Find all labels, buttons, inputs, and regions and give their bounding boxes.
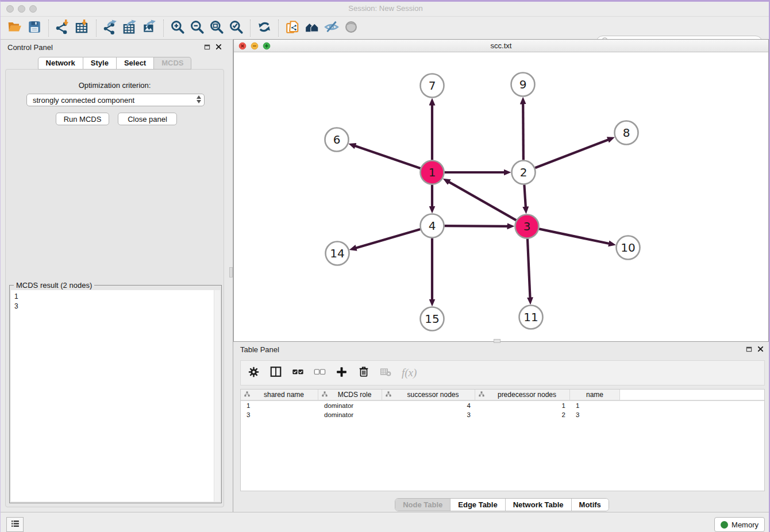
node-10[interactable]: 10	[617, 236, 640, 260]
tab-network[interactable]: Network	[38, 57, 83, 70]
node-4[interactable]: 4	[421, 214, 444, 238]
delete-table-button[interactable]	[380, 366, 392, 380]
zoom-selected-button[interactable]	[226, 19, 246, 37]
node-14[interactable]: 14	[326, 242, 349, 265]
node-8[interactable]: 8	[615, 121, 638, 145]
edge-4-14[interactable]	[355, 229, 420, 248]
refresh-layout-button[interactable]	[255, 19, 274, 37]
cell-name[interactable]: 3	[570, 410, 620, 419]
import-network-button[interactable]	[53, 19, 72, 37]
close-table-panel-icon[interactable]	[757, 344, 764, 354]
tab-select[interactable]: Select	[117, 57, 154, 70]
float-panel-icon[interactable]	[204, 42, 210, 52]
cell-predecessor-nodes[interactable]: 2	[475, 410, 570, 419]
tab-style[interactable]: Style	[83, 57, 117, 70]
node-15[interactable]: 15	[421, 307, 444, 331]
splitter-handle[interactable]	[229, 267, 233, 277]
memory-button[interactable]: Memory	[714, 517, 765, 532]
table-row[interactable]: 1dominator411	[241, 401, 764, 410]
delete-rows-button[interactable]	[357, 365, 370, 380]
node-6[interactable]: 6	[325, 128, 349, 152]
edge-3-10[interactable]	[539, 229, 610, 244]
column-header-MCDS-role[interactable]: MCDS role	[318, 390, 382, 400]
zoom-out-button[interactable]	[187, 19, 207, 37]
function-builder-button[interactable]: f(x)	[402, 367, 417, 379]
mcds-result-textarea[interactable]: 1 3	[11, 290, 220, 502]
tab-node-table[interactable]: Node Table	[395, 499, 451, 511]
tab-mcds[interactable]: MCDS	[154, 57, 191, 70]
edge-2-3[interactable]	[524, 184, 526, 207]
node-1[interactable]: 1	[421, 161, 444, 184]
edge-2-9[interactable]	[523, 103, 523, 160]
task-history-button[interactable]	[6, 517, 24, 532]
network-close-icon[interactable]	[238, 42, 247, 52]
node-7[interactable]: 7	[421, 74, 444, 98]
column-header-successor-nodes[interactable]: successor nodes	[382, 390, 475, 400]
network-window-titlebar[interactable]: scc.txt	[234, 40, 768, 52]
memory-status-icon	[721, 521, 728, 529]
edge-3-11[interactable]	[528, 238, 530, 298]
close-panel-icon[interactable]	[215, 42, 222, 52]
deselect-all-button[interactable]	[314, 366, 326, 380]
show-all-button[interactable]	[341, 19, 361, 37]
delete-table-icon	[380, 366, 392, 380]
node-2[interactable]: 2	[512, 161, 536, 184]
add-row-button[interactable]	[336, 366, 348, 380]
network-graph-canvas[interactable]: 7968124314101511	[234, 52, 768, 341]
network-maximize-icon[interactable]	[263, 42, 271, 52]
horizontal-splitter-handle[interactable]	[494, 339, 500, 343]
cell-successor-nodes[interactable]: 4	[382, 401, 475, 410]
cell-shared-name[interactable]: 3	[241, 410, 318, 419]
clone-network-button[interactable]	[283, 19, 302, 37]
open-session-button[interactable]	[5, 19, 25, 37]
column-header-predecessor-nodes[interactable]: predecessor nodes	[475, 390, 570, 400]
cell-shared-name[interactable]: 1	[241, 401, 318, 410]
memory-label: Memory	[732, 521, 759, 529]
import-table-button[interactable]	[72, 19, 92, 37]
svg-text:11: 11	[523, 310, 538, 324]
close-window-icon[interactable]	[6, 5, 14, 13]
close-panel-button[interactable]: Close panel	[118, 113, 177, 125]
tab-edge-table[interactable]: Edge Table	[451, 499, 505, 511]
network-minimize-icon[interactable]	[251, 42, 259, 52]
cell-predecessor-nodes[interactable]: 1	[475, 401, 570, 410]
criterion-dropdown[interactable]: strongly connected component	[26, 94, 205, 106]
window-controls[interactable]	[6, 5, 37, 13]
tab-network-table[interactable]: Network Table	[506, 499, 572, 511]
first-neighbors-button[interactable]	[302, 19, 322, 37]
control-panel-title: Control Panel	[7, 43, 204, 52]
zoom-in-button[interactable]	[168, 19, 187, 37]
node-table[interactable]: shared nameMCDS rolesuccessor nodesprede…	[240, 389, 765, 491]
cell-MCDS-role[interactable]: dominator	[318, 410, 382, 419]
cell-successor-nodes[interactable]: 3	[382, 410, 475, 419]
save-session-button[interactable]	[25, 19, 44, 37]
show-columns-button[interactable]	[270, 365, 282, 380]
run-mcds-button[interactable]: Run MCDS	[56, 113, 109, 125]
tab-motifs[interactable]: Motifs	[572, 499, 609, 511]
panel-splitter[interactable]	[229, 40, 233, 512]
table-row[interactable]: 3dominator323	[241, 410, 764, 419]
hide-selected-button[interactable]	[322, 19, 341, 37]
minimize-window-icon[interactable]	[18, 5, 25, 13]
edge-4-3[interactable]	[444, 226, 508, 226]
export-image-button[interactable]	[140, 19, 159, 37]
edge-3-1[interactable]	[448, 182, 516, 220]
cell-MCDS-role[interactable]: dominator	[318, 401, 382, 410]
export-network-button[interactable]	[101, 19, 120, 37]
table-options-button[interactable]	[248, 366, 260, 380]
column-header-shared-name[interactable]: shared name	[241, 390, 318, 400]
result-scrollbar[interactable]	[214, 290, 220, 502]
float-table-panel-icon[interactable]	[746, 344, 752, 354]
edge-1-6[interactable]	[355, 146, 421, 168]
zoom-fit-button[interactable]	[207, 19, 226, 37]
node-11[interactable]: 11	[519, 306, 543, 329]
node-3[interactable]: 3	[515, 215, 539, 238]
node-9[interactable]: 9	[511, 73, 535, 97]
select-all-button[interactable]	[292, 366, 304, 380]
column-header-name[interactable]: name	[570, 390, 620, 400]
toolbar-separator	[96, 20, 97, 37]
cell-name[interactable]: 1	[570, 401, 620, 410]
edge-2-8[interactable]	[535, 140, 609, 168]
maximize-window-icon[interactable]	[29, 5, 37, 13]
export-table-button[interactable]	[120, 19, 140, 37]
